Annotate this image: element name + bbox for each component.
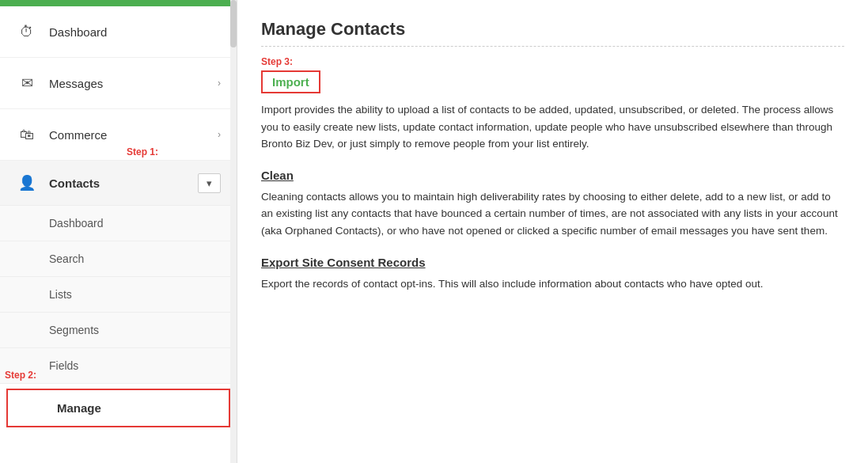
manage-label: Manage <box>57 401 101 415</box>
sidebar-item-dashboard[interactable]: ⏱ Dashboard <box>0 6 237 58</box>
export-description: Export the records of contact opt-ins. T… <box>261 275 844 293</box>
sidebar-item-label: Commerce <box>49 128 218 142</box>
submenu-item-lists[interactable]: Lists <box>0 277 237 313</box>
sidebar-accent-bar <box>0 0 237 6</box>
sidebar-item-messages[interactable]: ✉ Messages › <box>0 58 237 109</box>
submenu-item-search[interactable]: Search <box>0 241 237 277</box>
divider <box>261 46 844 47</box>
page-title: Manage Contacts <box>261 19 844 40</box>
step2-label: Step 2: <box>5 370 36 381</box>
contacts-icon: 👤 <box>16 172 38 194</box>
sidebar: ⏱ Dashboard ✉ Messages › 🛍 Commerce › St… <box>0 0 237 463</box>
sidebar-item-label: Dashboard <box>49 25 221 39</box>
dashboard-icon: ⏱ <box>16 21 38 43</box>
step3-label: Step 3: <box>261 56 844 67</box>
commerce-icon: 🛍 <box>16 123 38 146</box>
submenu-item-label: Fields <box>49 359 78 372</box>
import-link[interactable]: Import <box>261 70 320 93</box>
scrollbar-thumb[interactable] <box>230 0 237 47</box>
contacts-expand-button[interactable]: ▾ <box>198 173 221 193</box>
chevron-right-icon: › <box>218 78 221 89</box>
export-link[interactable]: Export Site Consent Records <box>261 256 426 269</box>
sidebar-item-commerce[interactable]: 🛍 Commerce › <box>0 109 237 161</box>
main-content: Manage Contacts Step 3: Import Import pr… <box>237 0 868 463</box>
sidebar-item-contacts[interactable]: Step 1: 👤 Contacts ▾ <box>0 161 237 206</box>
step1-label: Step 1: <box>127 146 158 157</box>
submenu-item-label: Dashboard <box>49 217 104 230</box>
contacts-label: Contacts <box>49 176 198 190</box>
chevron-right-icon: › <box>218 129 221 140</box>
clean-link[interactable]: Clean <box>261 169 294 182</box>
sidebar-item-label: Messages <box>49 77 218 90</box>
scrollbar-track <box>230 0 237 463</box>
sidebar-item-manage[interactable]: Manage <box>6 389 230 427</box>
submenu-item-segments[interactable]: Segments <box>0 313 237 348</box>
contacts-submenu: Dashboard Search Lists Segments Fields <box>0 206 237 384</box>
submenu-item-dashboard[interactable]: Dashboard <box>0 206 237 241</box>
submenu-item-label: Segments <box>49 324 99 336</box>
messages-icon: ✉ <box>16 72 38 94</box>
import-description: Import provides the ability to upload a … <box>261 101 844 153</box>
submenu-item-label: Search <box>49 252 84 265</box>
submenu-item-label: Lists <box>49 288 72 301</box>
clean-description: Cleaning contacts allows you to maintain… <box>261 188 844 240</box>
